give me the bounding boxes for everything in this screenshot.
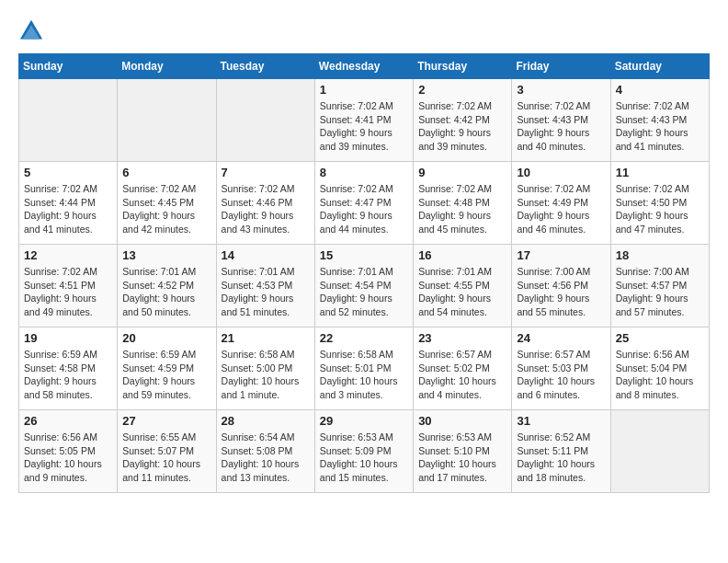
day-number: 28: [222, 414, 310, 428]
calendar-cell: 20Sunrise: 6:59 AM Sunset: 4:59 PM Dayli…: [118, 327, 216, 410]
calendar-cell: 24Sunrise: 6:57 AM Sunset: 5:03 PM Dayli…: [512, 327, 610, 410]
day-number: 25: [616, 331, 704, 345]
calendar-cell: 5Sunrise: 7:02 AM Sunset: 4:44 PM Daylig…: [19, 162, 118, 245]
calendar-cell: [118, 79, 216, 162]
day-number: 17: [517, 248, 605, 262]
day-detail: Sunrise: 7:02 AM Sunset: 4:49 PM Dayligh…: [517, 182, 605, 236]
day-detail: Sunrise: 6:53 AM Sunset: 5:10 PM Dayligh…: [418, 431, 506, 485]
day-detail: Sunrise: 6:59 AM Sunset: 4:59 PM Dayligh…: [122, 348, 210, 402]
day-detail: Sunrise: 6:58 AM Sunset: 5:01 PM Dayligh…: [320, 348, 408, 402]
page-header: [18, 18, 710, 44]
day-detail: Sunrise: 7:02 AM Sunset: 4:47 PM Dayligh…: [320, 182, 408, 236]
day-detail: Sunrise: 7:02 AM Sunset: 4:43 PM Dayligh…: [616, 99, 704, 154]
calendar-cell: 25Sunrise: 6:56 AM Sunset: 5:04 PM Dayli…: [610, 327, 709, 410]
day-number: 11: [616, 166, 704, 179]
day-detail: Sunrise: 7:02 AM Sunset: 4:41 PM Dayligh…: [320, 99, 408, 154]
calendar-week-4: 19Sunrise: 6:59 AM Sunset: 4:58 PM Dayli…: [19, 327, 710, 410]
day-number: 15: [320, 248, 408, 262]
calendar-cell: [610, 410, 709, 493]
day-number: 30: [418, 414, 506, 428]
weekday-header-wednesday: Wednesday: [314, 54, 413, 79]
day-number: 8: [320, 166, 408, 179]
day-detail: Sunrise: 6:55 AM Sunset: 5:07 PM Dayligh…: [122, 431, 210, 485]
day-number: 7: [222, 166, 310, 179]
calendar-cell: 7Sunrise: 7:02 AM Sunset: 4:46 PM Daylig…: [216, 162, 314, 245]
calendar-cell: 30Sunrise: 6:53 AM Sunset: 5:10 PM Dayli…: [414, 410, 512, 493]
calendar-cell: 27Sunrise: 6:55 AM Sunset: 5:07 PM Dayli…: [118, 410, 216, 493]
calendar-cell: 1Sunrise: 7:02 AM Sunset: 4:41 PM Daylig…: [314, 79, 413, 162]
day-detail: Sunrise: 6:54 AM Sunset: 5:08 PM Dayligh…: [222, 431, 310, 485]
calendar-cell: 12Sunrise: 7:02 AM Sunset: 4:51 PM Dayli…: [19, 245, 118, 327]
logo: [18, 18, 48, 44]
day-detail: Sunrise: 6:57 AM Sunset: 5:02 PM Dayligh…: [418, 348, 506, 402]
weekday-header-thursday: Thursday: [414, 54, 512, 79]
calendar-cell: 22Sunrise: 6:58 AM Sunset: 5:01 PM Dayli…: [314, 327, 413, 410]
day-detail: Sunrise: 7:02 AM Sunset: 4:50 PM Dayligh…: [616, 182, 704, 236]
calendar-cell: 16Sunrise: 7:01 AM Sunset: 4:55 PM Dayli…: [414, 245, 512, 327]
day-number: 2: [418, 83, 506, 97]
calendar-cell: 19Sunrise: 6:59 AM Sunset: 4:58 PM Dayli…: [19, 327, 118, 410]
day-number: 6: [122, 166, 210, 179]
calendar-cell: 9Sunrise: 7:02 AM Sunset: 4:48 PM Daylig…: [414, 162, 512, 245]
day-number: 20: [122, 331, 210, 345]
calendar-cell: 31Sunrise: 6:52 AM Sunset: 5:11 PM Dayli…: [512, 410, 610, 493]
calendar-cell: 11Sunrise: 7:02 AM Sunset: 4:50 PM Dayli…: [610, 162, 709, 245]
day-detail: Sunrise: 7:00 AM Sunset: 4:57 PM Dayligh…: [616, 265, 704, 319]
calendar-cell: 2Sunrise: 7:02 AM Sunset: 4:42 PM Daylig…: [414, 79, 512, 162]
day-detail: Sunrise: 7:01 AM Sunset: 4:55 PM Dayligh…: [418, 265, 506, 319]
day-detail: Sunrise: 6:52 AM Sunset: 5:11 PM Dayligh…: [517, 431, 605, 485]
day-detail: Sunrise: 6:59 AM Sunset: 4:58 PM Dayligh…: [24, 348, 112, 402]
day-number: 21: [222, 331, 310, 345]
day-number: 3: [517, 83, 605, 97]
weekday-header-saturday: Saturday: [610, 54, 709, 79]
calendar-week-1: 1Sunrise: 7:02 AM Sunset: 4:41 PM Daylig…: [19, 79, 710, 162]
day-detail: Sunrise: 7:02 AM Sunset: 4:48 PM Dayligh…: [418, 182, 506, 236]
calendar-cell: 6Sunrise: 7:02 AM Sunset: 4:45 PM Daylig…: [118, 162, 216, 245]
calendar-cell: 26Sunrise: 6:56 AM Sunset: 5:05 PM Dayli…: [19, 410, 118, 493]
day-number: 4: [616, 83, 704, 97]
day-number: 9: [418, 166, 506, 179]
weekday-header-row: SundayMondayTuesdayWednesdayThursdayFrid…: [19, 54, 710, 79]
day-number: 5: [24, 166, 112, 179]
day-number: 13: [122, 248, 210, 262]
day-number: 24: [517, 331, 605, 345]
day-detail: Sunrise: 7:02 AM Sunset: 4:43 PM Dayligh…: [517, 99, 605, 154]
logo-icon: [18, 18, 44, 44]
day-number: 14: [222, 248, 310, 262]
day-detail: Sunrise: 6:53 AM Sunset: 5:09 PM Dayligh…: [320, 431, 408, 485]
calendar-cell: [19, 79, 118, 162]
calendar-table: SundayMondayTuesdayWednesdayThursdayFrid…: [18, 53, 710, 493]
calendar-cell: 18Sunrise: 7:00 AM Sunset: 4:57 PM Dayli…: [610, 245, 709, 327]
day-detail: Sunrise: 7:02 AM Sunset: 4:46 PM Dayligh…: [222, 182, 310, 236]
calendar-week-3: 12Sunrise: 7:02 AM Sunset: 4:51 PM Dayli…: [19, 245, 710, 327]
day-number: 1: [320, 83, 408, 97]
day-detail: Sunrise: 6:56 AM Sunset: 5:04 PM Dayligh…: [616, 348, 704, 402]
calendar-week-5: 26Sunrise: 6:56 AM Sunset: 5:05 PM Dayli…: [19, 410, 710, 493]
calendar-cell: 3Sunrise: 7:02 AM Sunset: 4:43 PM Daylig…: [512, 79, 610, 162]
day-number: 16: [418, 248, 506, 262]
day-detail: Sunrise: 6:58 AM Sunset: 5:00 PM Dayligh…: [222, 348, 310, 402]
calendar-cell: 13Sunrise: 7:01 AM Sunset: 4:52 PM Dayli…: [118, 245, 216, 327]
weekday-header-monday: Monday: [118, 54, 216, 79]
day-detail: Sunrise: 6:57 AM Sunset: 5:03 PM Dayligh…: [517, 348, 605, 402]
calendar-cell: 28Sunrise: 6:54 AM Sunset: 5:08 PM Dayli…: [216, 410, 314, 493]
day-detail: Sunrise: 7:01 AM Sunset: 4:53 PM Dayligh…: [222, 265, 310, 319]
day-number: 12: [24, 248, 112, 262]
calendar-cell: 8Sunrise: 7:02 AM Sunset: 4:47 PM Daylig…: [314, 162, 413, 245]
day-detail: Sunrise: 7:02 AM Sunset: 4:42 PM Dayligh…: [418, 99, 506, 154]
day-number: 22: [320, 331, 408, 345]
day-detail: Sunrise: 6:56 AM Sunset: 5:05 PM Dayligh…: [24, 431, 112, 485]
weekday-header-friday: Friday: [512, 54, 610, 79]
calendar-cell: 17Sunrise: 7:00 AM Sunset: 4:56 PM Dayli…: [512, 245, 610, 327]
calendar-cell: [216, 79, 314, 162]
weekday-header-sunday: Sunday: [19, 54, 118, 79]
day-number: 23: [418, 331, 506, 345]
calendar-cell: 15Sunrise: 7:01 AM Sunset: 4:54 PM Dayli…: [314, 245, 413, 327]
calendar-cell: 4Sunrise: 7:02 AM Sunset: 4:43 PM Daylig…: [610, 79, 709, 162]
day-number: 29: [320, 414, 408, 428]
calendar-cell: 29Sunrise: 6:53 AM Sunset: 5:09 PM Dayli…: [314, 410, 413, 493]
day-detail: Sunrise: 7:00 AM Sunset: 4:56 PM Dayligh…: [517, 265, 605, 319]
day-number: 10: [517, 166, 605, 179]
calendar-cell: 14Sunrise: 7:01 AM Sunset: 4:53 PM Dayli…: [216, 245, 314, 327]
calendar-cell: 23Sunrise: 6:57 AM Sunset: 5:02 PM Dayli…: [414, 327, 512, 410]
